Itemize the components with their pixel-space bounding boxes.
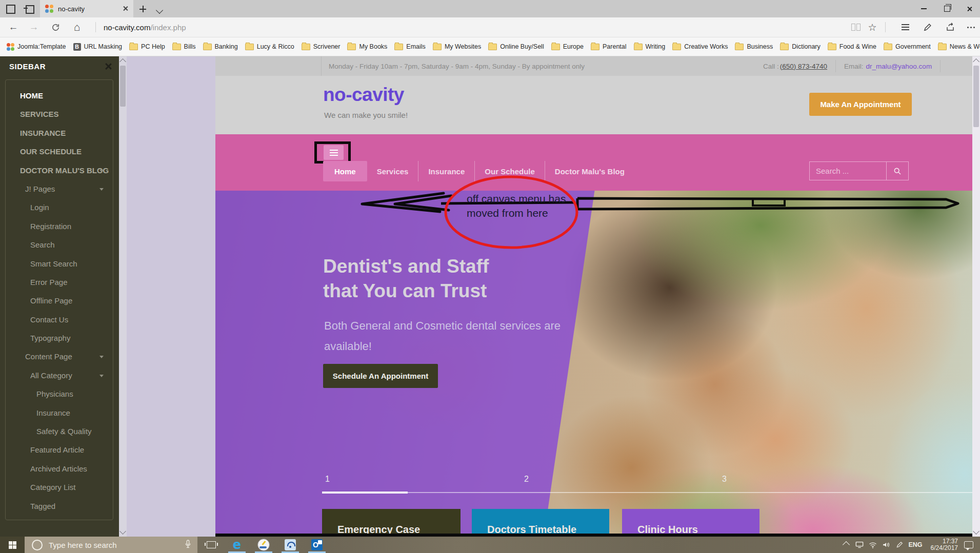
- more-options-button[interactable]: [962, 17, 980, 37]
- taskbar-edge-button[interactable]: e: [225, 537, 249, 553]
- bookmark-item[interactable]: Parental: [587, 37, 630, 56]
- bookmark-item[interactable]: Joomla:Template: [3, 37, 70, 56]
- sidebar-item-content-page[interactable]: Content Page: [6, 347, 113, 366]
- sidebar-item-services[interactable]: SERVICES: [6, 105, 113, 124]
- bookmark-item[interactable]: Online Buy/Sell: [485, 37, 547, 56]
- back-button[interactable]: ←: [4, 17, 23, 37]
- sidebar-item-physicians[interactable]: Physicians: [6, 385, 113, 403]
- sidebar-item-error-page[interactable]: Error Page: [6, 273, 113, 292]
- taskbar-outlook-button[interactable]: [305, 537, 329, 553]
- sidebar-item-smart-search[interactable]: Smart Search: [6, 255, 113, 273]
- bookmark-item[interactable]: Lucy & Ricco: [242, 37, 298, 56]
- bookmark-item[interactable]: PC Help: [126, 37, 169, 56]
- nav-item-doctor-malus-blog[interactable]: Doctor Malu's Blog: [545, 161, 634, 181]
- email-link[interactable]: dr_malu@yahoo.com: [866, 63, 932, 70]
- nav-item-services[interactable]: Services: [367, 161, 418, 181]
- microphone-icon[interactable]: [185, 540, 191, 550]
- scroll-up-icon[interactable]: [119, 58, 126, 65]
- taskbar-clock-app-button[interactable]: [251, 537, 276, 553]
- taskbar-search-box[interactable]: Type here to search: [25, 537, 197, 553]
- task-view-button[interactable]: [199, 537, 224, 553]
- bookmark-item[interactable]: Scrivener: [298, 37, 344, 56]
- sidebar-item-j-pages[interactable]: J! Pages: [6, 180, 113, 198]
- nav-item-our-schedule[interactable]: Our Schedule: [474, 161, 545, 181]
- scroll-up-icon[interactable]: [973, 58, 979, 65]
- bookmark-item[interactable]: Government: [880, 37, 934, 56]
- schedule-appointment-button[interactable]: Schedule An Appointment: [323, 364, 438, 388]
- home-button[interactable]: ⌂: [68, 17, 86, 37]
- hub-button[interactable]: [896, 17, 914, 37]
- share-button[interactable]: [941, 17, 959, 37]
- scroll-down-icon[interactable]: [119, 528, 126, 535]
- slide-indicator-1[interactable]: 1: [325, 475, 330, 484]
- bookmark-item[interactable]: My Books: [344, 37, 391, 56]
- bookmark-item[interactable]: My Websites: [429, 37, 485, 56]
- url-field[interactable]: no-cavity.com/index.php: [104, 17, 186, 37]
- make-appointment-button[interactable]: Make An Appointment: [809, 93, 912, 116]
- page-scrollbar[interactable]: [972, 56, 980, 537]
- sidebar-item-tagged[interactable]: Tagged: [6, 497, 113, 516]
- action-center-button[interactable]: [961, 537, 976, 553]
- card-doctors-timetable[interactable]: Doctors Timetable: [472, 509, 609, 537]
- language-indicator[interactable]: ENG: [907, 537, 924, 553]
- sidebar-item-featured-article[interactable]: Featured Article: [6, 441, 113, 459]
- bookmark-item[interactable]: Writing: [630, 37, 669, 56]
- taskbar-clock[interactable]: 17:37 6/24/2017: [926, 537, 958, 553]
- bookmark-item[interactable]: Food & Wine: [824, 37, 880, 56]
- sidebar-close-icon[interactable]: [105, 63, 112, 70]
- scroll-down-icon[interactable]: [973, 528, 979, 535]
- nav-item-home[interactable]: Home: [323, 161, 367, 181]
- refresh-button[interactable]: [46, 17, 65, 37]
- sidebar-item-insurance[interactable]: INSURANCE: [6, 124, 113, 142]
- reading-view-button[interactable]: [847, 17, 865, 37]
- browser-tab[interactable]: no-cavity: [40, 0, 133, 17]
- new-tab-button[interactable]: [139, 5, 151, 15]
- card-clinic-hours[interactable]: Clinic Hours: [622, 509, 759, 537]
- start-button[interactable]: [0, 537, 25, 553]
- sidebar-item-insurance-category[interactable]: Insurance: [6, 404, 113, 422]
- slide-indicator-2[interactable]: 2: [524, 475, 529, 484]
- set-tabs-aside-icon[interactable]: [4, 4, 15, 14]
- tab-preview-icon[interactable]: [24, 4, 35, 14]
- bookmark-item[interactable]: Banking: [199, 37, 242, 56]
- search-input[interactable]: [810, 162, 886, 180]
- sidebar-item-doctor-malus-blog[interactable]: DOCTOR MALU'S BLOG: [6, 161, 113, 180]
- sidebar-item-category-list[interactable]: Category List: [6, 478, 113, 497]
- bookmark-item[interactable]: Business: [731, 37, 776, 56]
- bookmark-item[interactable]: News & Weather: [934, 37, 980, 56]
- tab-list-chevron[interactable]: [157, 6, 168, 16]
- favorites-star-button[interactable]: ☆: [863, 17, 882, 37]
- sidebar-item-typography[interactable]: Typography: [6, 329, 113, 347]
- bookmark-item[interactable]: Europe: [548, 37, 587, 56]
- sidebar-scrollbar[interactable]: [119, 56, 127, 537]
- windows-ink-tray-icon[interactable]: [893, 537, 906, 553]
- nav-item-insurance[interactable]: Insurance: [418, 161, 474, 181]
- site-logo[interactable]: no-cavity: [323, 84, 404, 106]
- sidebar-item-search[interactable]: Search: [6, 236, 113, 254]
- sidebar-item-registration[interactable]: Registration: [6, 217, 113, 236]
- sidebar-item-all-category[interactable]: All Category: [6, 366, 113, 385]
- slide-indicator-3[interactable]: 3: [722, 475, 727, 484]
- sidebar-item-login[interactable]: Login: [6, 198, 113, 217]
- sidebar-item-offline-page[interactable]: Offline Page: [6, 292, 113, 310]
- sidebar-item-contact-us[interactable]: Contact Us: [6, 311, 113, 329]
- card-emergency-case[interactable]: Emergency Case: [322, 509, 461, 537]
- bookmark-item[interactable]: Creative Works: [669, 37, 731, 56]
- window-close-button[interactable]: [959, 0, 980, 17]
- search-submit[interactable]: [886, 162, 908, 180]
- window-minimize-button[interactable]: [912, 0, 935, 17]
- network-tray-icon[interactable]: [853, 537, 866, 553]
- bookmark-item[interactable]: URL Masking: [70, 37, 126, 56]
- sidebar-item-home[interactable]: HOME: [6, 87, 113, 105]
- tab-close-icon[interactable]: [123, 4, 128, 13]
- sidebar-item-safety-quality[interactable]: Safety & Quality: [6, 422, 113, 441]
- bookmark-item[interactable]: Emails: [391, 37, 429, 56]
- sidebar-item-our-schedule[interactable]: OUR SCHEDULE: [6, 142, 113, 161]
- bookmark-item[interactable]: Bills: [169, 37, 199, 56]
- window-restore-button[interactable]: [935, 0, 959, 17]
- volume-tray-icon[interactable]: [880, 537, 892, 553]
- phone-link[interactable]: (650) 873-4740: [780, 63, 827, 70]
- scrollbar-thumb[interactable]: [120, 66, 126, 107]
- forward-button[interactable]: →: [25, 17, 43, 37]
- scrollbar-thumb[interactable]: [973, 66, 979, 127]
